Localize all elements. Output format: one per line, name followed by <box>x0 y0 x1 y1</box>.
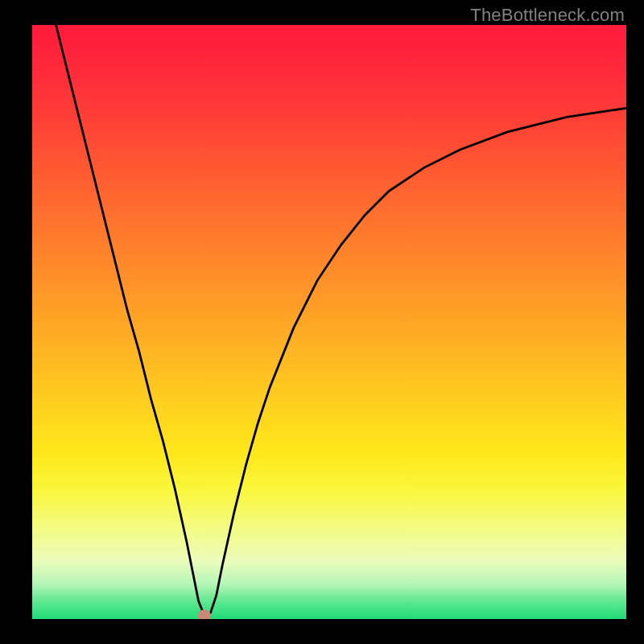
marker-dot <box>198 609 211 619</box>
plot-area <box>32 25 626 619</box>
bottleneck-curve <box>32 25 626 619</box>
chart-container: TheBottleneck.com <box>0 0 644 644</box>
watermark-text: TheBottleneck.com <box>470 5 625 26</box>
curve-path <box>56 25 626 616</box>
